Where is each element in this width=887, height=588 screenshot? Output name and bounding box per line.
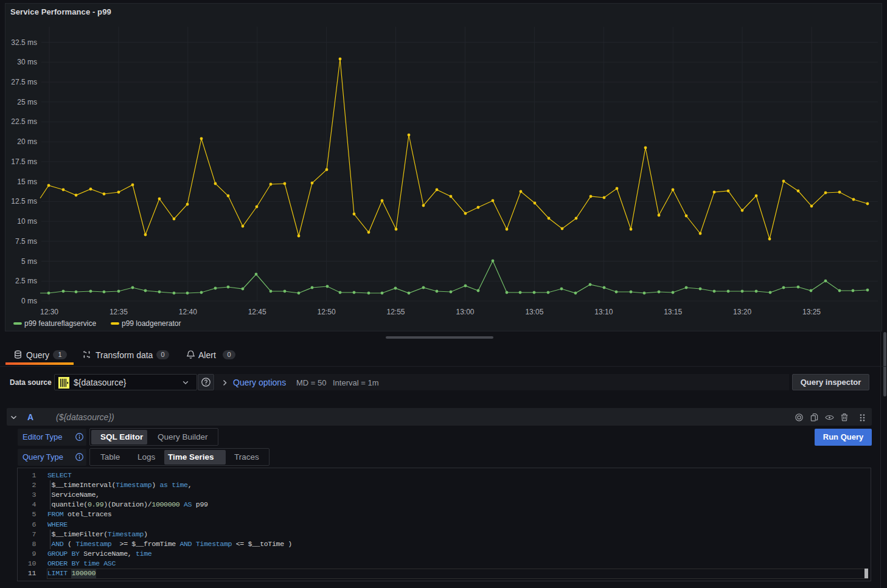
svg-text:0 ms: 0 ms	[21, 297, 37, 305]
svg-text:5 ms: 5 ms	[21, 257, 37, 266]
svg-text:22.5 ms: 22.5 ms	[11, 117, 37, 126]
svg-text:13:05: 13:05	[525, 308, 543, 316]
svg-text:30 ms: 30 ms	[17, 58, 37, 66]
svg-text:7.5 ms: 7.5 ms	[15, 237, 37, 246]
svg-text:12:35: 12:35	[110, 308, 128, 316]
svg-text:12:30: 12:30	[40, 308, 58, 316]
svg-text:27.5 ms: 27.5 ms	[11, 78, 37, 86]
svg-text:20 ms: 20 ms	[17, 137, 37, 146]
svg-text:12.5 ms: 12.5 ms	[11, 197, 37, 206]
svg-text:13:10: 13:10	[594, 308, 613, 316]
svg-text:10 ms: 10 ms	[17, 217, 37, 226]
svg-text:13:20: 13:20	[733, 308, 751, 316]
svg-text:12:40: 12:40	[179, 308, 197, 316]
svg-text:p99 loadgenerator: p99 loadgenerator	[122, 319, 181, 328]
svg-text:13:15: 13:15	[664, 308, 682, 316]
svg-text:25 ms: 25 ms	[17, 98, 37, 106]
svg-text:p99 featureflagservice: p99 featureflagservice	[24, 319, 96, 328]
svg-text:12:55: 12:55	[386, 308, 405, 316]
svg-text:15 ms: 15 ms	[17, 178, 37, 186]
svg-text:2.5 ms: 2.5 ms	[15, 277, 37, 285]
svg-text:12:45: 12:45	[248, 308, 266, 316]
svg-text:12:50: 12:50	[318, 308, 336, 316]
svg-text:13:00: 13:00	[456, 308, 474, 316]
svg-text:32.5 ms: 32.5 ms	[11, 38, 37, 47]
svg-text:17.5 ms: 17.5 ms	[11, 157, 37, 166]
svg-text:13:25: 13:25	[802, 308, 821, 316]
